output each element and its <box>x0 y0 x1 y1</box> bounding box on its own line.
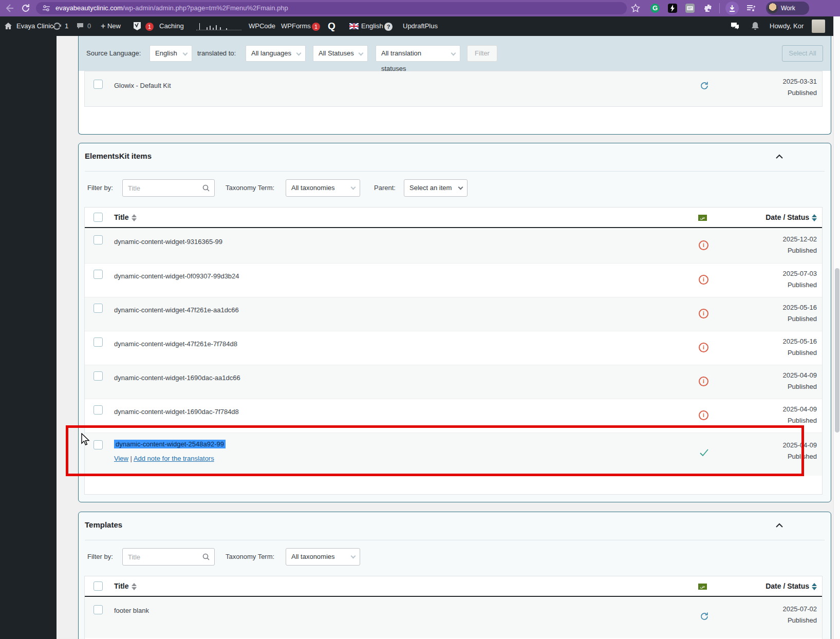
toolbar-divider <box>719 3 720 13</box>
row-checkbox[interactable] <box>94 605 103 614</box>
row-checkbox[interactable] <box>94 304 103 313</box>
row-checkbox[interactable] <box>94 371 103 381</box>
extensions-puzzle-icon[interactable] <box>704 4 713 13</box>
page-scrollbar[interactable] <box>833 16 840 639</box>
translation-in-progress-icon[interactable] <box>699 611 710 622</box>
row-title: dynamic-content-widget-1690dac-7f784d8 <box>114 408 239 416</box>
column-date-status[interactable]: Date / Status <box>766 582 817 590</box>
needs-update-icon[interactable]: i <box>699 275 708 285</box>
wp-admin-bar: Evaya Clinic 1 0 + New 1 Caching WPCode … <box>0 16 833 36</box>
uk-flag-icon <box>349 23 359 29</box>
row-status: Published <box>788 281 817 289</box>
updraftplus-menu[interactable]: UpdraftPlus <box>403 16 438 36</box>
needs-update-icon[interactable]: i <box>699 377 708 386</box>
wpcode-menu[interactable]: WPCode <box>249 16 275 36</box>
collapse-chevron-up-icon[interactable] <box>775 521 783 530</box>
language-menu[interactable]: English <box>361 16 383 36</box>
row-checkbox[interactable] <box>94 80 103 89</box>
row-checkbox[interactable] <box>94 337 103 347</box>
language-help-badge[interactable]: ? <box>384 22 393 30</box>
taxonomy-select[interactable]: All taxonomies <box>286 179 360 197</box>
back-icon[interactable] <box>4 3 14 13</box>
column-date-status[interactable]: Date / Status <box>766 213 817 221</box>
status-select[interactable]: All Statuses <box>313 45 368 62</box>
add-note-link[interactable]: Add note for the translators <box>134 455 214 462</box>
lightning-extension-icon[interactable] <box>668 4 677 13</box>
table-row: footer blank 2025-07-02 Published <box>85 598 822 638</box>
search-icon <box>202 184 210 192</box>
table-row: Glowix - Default Kit 2025-03-31 Publishe… <box>85 71 822 106</box>
media-queue-icon[interactable] <box>746 3 756 13</box>
translation-in-progress-icon[interactable] <box>699 81 710 91</box>
chevron-down-icon <box>458 185 463 190</box>
collapse-chevron-up-icon[interactable] <box>775 153 783 161</box>
howdy-account-menu[interactable]: Howdy, Kor <box>770 16 804 36</box>
view-link[interactable]: View <box>114 455 128 462</box>
taxonomy-select[interactable]: All taxonomies <box>286 548 360 566</box>
bookmark-star-icon[interactable] <box>631 4 640 13</box>
column-title[interactable]: Title <box>114 213 137 221</box>
row-date: 2025-05-16 <box>783 337 817 345</box>
row-date: 2025-04-09 <box>783 441 817 449</box>
row-status: Published <box>788 89 817 97</box>
row-checkbox[interactable] <box>94 270 103 279</box>
taxonomy-term-label: Taxonomy Term: <box>226 179 274 197</box>
parent-select[interactable]: Select an item <box>404 179 468 197</box>
translated-check-icon[interactable] <box>699 447 709 458</box>
needs-update-icon[interactable]: i <box>699 240 708 250</box>
sort-icon <box>132 214 137 221</box>
wp-side-menu[interactable] <box>0 36 57 639</box>
user-avatar[interactable] <box>812 20 825 33</box>
row-title: dynamic-content-widget-47f261e-7f784d8 <box>114 340 237 348</box>
extension-icon[interactable] <box>685 4 695 13</box>
updates-count[interactable]: 1 <box>65 16 68 36</box>
title-filter-input[interactable] <box>122 548 215 566</box>
translation-status-select[interactable]: All translation statuses <box>376 45 460 62</box>
performance-sparkline-icon[interactable] <box>196 23 241 30</box>
source-language-select[interactable]: English <box>150 45 192 62</box>
address-bar[interactable]: evayabeautyclinic.com/wp-admin/admin.php… <box>36 2 627 14</box>
site-name-link[interactable]: Evaya Clinic <box>16 16 53 36</box>
comments-icon[interactable] <box>76 22 84 30</box>
reload-icon[interactable] <box>21 3 31 13</box>
language-flag-icon: ض <box>698 215 707 221</box>
row-checkbox[interactable] <box>94 405 103 415</box>
grammarly-extension-icon[interactable]: G <box>650 4 660 13</box>
row-checkbox[interactable] <box>94 440 103 449</box>
select-all-checkbox[interactable] <box>94 213 103 222</box>
needs-update-icon[interactable]: i <box>699 343 708 352</box>
scrollbar-thumb[interactable] <box>835 268 839 433</box>
row-date: 2025-03-31 <box>783 78 817 85</box>
title-filter-input[interactable] <box>122 179 215 197</box>
column-title[interactable]: Title <box>114 582 137 590</box>
comments-count[interactable]: 0 <box>87 16 91 36</box>
select-all-button[interactable]: Select All <box>782 45 823 62</box>
wpforms-menu[interactable]: WPForms <box>281 16 311 36</box>
select-all-checkbox[interactable] <box>94 581 103 591</box>
needs-update-icon[interactable]: i <box>699 309 708 318</box>
translation-dashboard-panel: Source Language: English translated to: … <box>78 36 831 135</box>
caching-menu[interactable]: Caching <box>159 16 184 36</box>
seo-icon[interactable] <box>133 22 142 31</box>
query-monitor-icon[interactable]: Q <box>328 20 335 32</box>
language-flag-icon: ض <box>698 584 707 590</box>
filter-button[interactable]: Filter <box>467 45 497 62</box>
source-language-label: Source Language: <box>86 36 141 71</box>
updates-icon[interactable] <box>52 22 62 31</box>
chevron-down-icon <box>359 51 364 56</box>
needs-update-icon[interactable]: i <box>699 410 708 420</box>
new-content-button[interactable]: + New <box>101 16 121 36</box>
notifications-bell-icon[interactable] <box>750 21 760 31</box>
divider <box>85 540 825 540</box>
browser-profile-chip[interactable]: Work <box>766 2 809 15</box>
download-status-icon[interactable] <box>725 2 739 15</box>
chat-icon[interactable] <box>730 21 740 31</box>
elementskit-filter-row: Filter by: Taxonomy Term: All taxonomies… <box>79 179 831 197</box>
row-checkbox[interactable] <box>94 235 103 245</box>
target-language-select[interactable]: All languages <box>246 45 306 62</box>
site-info-icon[interactable] <box>42 4 50 12</box>
row-date: 2025-12-02 <box>783 235 817 243</box>
translation-filter-bar: Source Language: English translated to: … <box>79 36 831 71</box>
row-status: Published <box>788 417 817 424</box>
home-icon[interactable] <box>4 22 12 30</box>
